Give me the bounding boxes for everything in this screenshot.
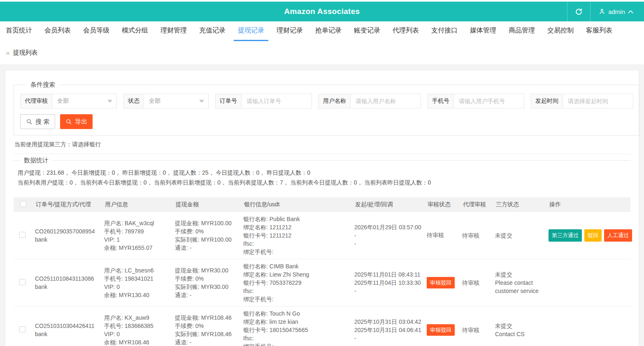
tab-withdraw-records[interactable]: 提现记录 — [234, 21, 268, 41]
tab-agent-list[interactable]: 代理列表 — [388, 21, 423, 41]
audit-status-badge: 审核驳回 — [427, 277, 455, 288]
agent-audit-status: 待审核 — [462, 326, 492, 334]
export-icon — [65, 118, 72, 125]
table-row: CO2510310304426411bank用户名: KX_auw9手机号: 1… — [14, 307, 630, 346]
column-header: 代理审核 — [462, 201, 495, 208]
start-time-label: 发起时间 — [531, 94, 563, 108]
order-number: CO2601290357008954 — [35, 227, 101, 235]
withdraw-method: bank — [35, 283, 101, 291]
chevron-up-icon — [628, 10, 633, 14]
bank-info-line: Ifsc: — [243, 287, 351, 295]
amount-info-line: 实际到账: MYR100.00 — [175, 235, 240, 244]
third-party-status-line: 未提交 — [495, 322, 545, 330]
column-header: 发起/处理/回调 — [354, 201, 427, 208]
agent-audit-status: 待审核 — [462, 279, 492, 287]
tab-member-list[interactable]: 会员列表 — [40, 21, 75, 41]
username-filter-label: 用户名称 — [319, 94, 350, 108]
time-line: 2025年10月31日 04:06:41 — [354, 326, 423, 334]
time-line: 2026年01月29日 03:57:00 — [354, 223, 423, 231]
tab-product-manage[interactable]: 商品管理 — [505, 21, 539, 41]
start-time-input[interactable] — [563, 94, 633, 108]
table-body: CO2601290357008954bank用户名: BAK_w3cql手机号:… — [14, 212, 630, 346]
refresh-button[interactable] — [567, 2, 591, 21]
filter-username: 用户名称 — [319, 94, 421, 108]
user-menu[interactable]: admin — [591, 2, 644, 21]
user-info-line: 余额: MYR130.40 — [104, 291, 172, 299]
bank-info-line: 银行卡号: 180150475665 — [243, 326, 351, 334]
third-party-status-line: Contact CS — [495, 330, 545, 338]
tab-order-grab-records[interactable]: 抢单记录 — [311, 21, 346, 41]
column-header: 提现金额 — [175, 201, 243, 208]
tab-payment-api[interactable]: 支付接口 — [427, 21, 462, 41]
tab-finance-manage[interactable]: 理财管理 — [156, 21, 191, 41]
username-input[interactable] — [350, 94, 421, 108]
tab-member-level[interactable]: 会员等级 — [79, 21, 114, 41]
agent-audit-select[interactable]: 全部 — [52, 94, 117, 108]
filter-order-no: 订单号 — [215, 94, 312, 108]
bank-info-line: 银行卡号: 1211212 — [243, 231, 351, 240]
user-info-line: 用户名: LC_bsesn6 — [104, 266, 172, 274]
bank-info-line: 绑定手机号: — [243, 342, 351, 346]
bank-info-line: 银行名称: Touch N Go — [243, 309, 351, 318]
status-select[interactable]: 全部 — [144, 94, 209, 108]
column-header: 审核状态 — [427, 201, 462, 208]
table-row: CO2511010843113086bank用户名: LC_bsesn6手机号:… — [14, 259, 630, 307]
time-line: - — [354, 334, 423, 342]
nav-tabs: 首页统计会员列表会员等级模式分组理财管理充值记录提现记录理财记录抢单记录账变记录… — [0, 21, 644, 41]
order-no-input[interactable] — [241, 94, 312, 108]
caret-down-icon — [107, 100, 112, 103]
username-label: admin — [608, 8, 625, 15]
filter-status: 状态 全部 — [123, 94, 209, 108]
row-checkbox[interactable] — [19, 232, 26, 238]
search-button[interactable]: 搜 索 — [20, 114, 55, 129]
column-header: 用户信息 — [104, 201, 175, 208]
tab-media-manage[interactable]: 媒体管理 — [466, 21, 500, 41]
user-icon — [599, 8, 605, 15]
time-line: - — [354, 231, 423, 240]
order-number: CO2511010843113086 — [35, 274, 101, 283]
status-value: 全部 — [149, 97, 160, 105]
button-row: 搜 索 导出 — [20, 114, 633, 129]
export-button[interactable]: 导出 — [60, 114, 93, 129]
main-panel: 条件搜索 代理审核 全部 状态 全部 订单号 — [5, 70, 639, 346]
bank-info-line: 银行名称: Public Bank — [243, 215, 351, 223]
third-party-status-line: 未提交 — [495, 270, 545, 279]
order-no-label: 订单号 — [215, 94, 241, 108]
bank-info-line: 绑定手机号: — [243, 248, 351, 256]
table-row: CO2601290357008954bank用户名: BAK_w3cql手机号:… — [14, 212, 630, 259]
filter-phone: 手机号 — [428, 94, 524, 108]
bank-info-line: 银行卡号: 7053378229 — [243, 279, 351, 287]
bank-info-line: Ifsc: — [243, 334, 351, 342]
app-header: Amazon Associates admin — [0, 2, 644, 21]
tab-recharge-records[interactable]: 充值记录 — [195, 21, 230, 41]
column-header: 银行信息/usdt — [243, 201, 354, 208]
bank-info-line: 绑定名称: lim tze kian — [243, 318, 351, 326]
agent-audit-status: 待审核 — [462, 231, 492, 240]
amount-info-line: 手续费: 0% — [175, 227, 240, 235]
reject-button[interactable]: 驳回 — [584, 229, 602, 242]
row-checkbox[interactable] — [19, 279, 26, 285]
tab-home-stats[interactable]: 首页统计 — [2, 21, 36, 41]
stats-line-2: 当前列表用户提现：0， 当前列表今日新增提现：0， 当前列表昨日新增提现：0， … — [14, 178, 630, 187]
tab-account-change-records[interactable]: 账变记录 — [350, 21, 384, 41]
bank-info-line: 银行名称: CIMB Bank — [243, 262, 351, 270]
double-chevron-icon: » — [6, 49, 9, 56]
amount-info-line: 提现金额: MYR100.00 — [175, 219, 240, 227]
agent-audit-value: 全部 — [57, 97, 69, 105]
row-checkbox[interactable] — [19, 326, 26, 332]
tab-trade-control[interactable]: 交易控制 — [543, 21, 578, 41]
manual-pass-button[interactable]: 人工通过 — [604, 229, 632, 242]
tab-mode-group[interactable]: 模式分组 — [118, 21, 152, 41]
audit-status-badge: 审核驳回 — [427, 324, 455, 336]
tab-cs-list[interactable]: 客服列表 — [582, 21, 616, 41]
stats-line-1: 用户提现：231.68， 今日新增提现：0， 昨日新增提现：0， 提现人数：25… — [14, 168, 630, 178]
audit-status: 待审核 — [427, 232, 444, 238]
tab-finance-records[interactable]: 理财记录 — [272, 21, 307, 41]
app-title: Amazon Associates — [0, 7, 644, 16]
amount-info-line: 实际到账: MYR30.00 — [175, 283, 240, 291]
third-party-pass-button[interactable]: 第三方通过 — [549, 229, 582, 242]
phone-input[interactable] — [453, 94, 524, 108]
column-header: 订单号/提现方式/代理 — [35, 201, 104, 208]
filter-row: 代理审核 全部 状态 全部 订单号 — [20, 94, 633, 108]
select-all-checkbox[interactable] — [20, 201, 26, 207]
